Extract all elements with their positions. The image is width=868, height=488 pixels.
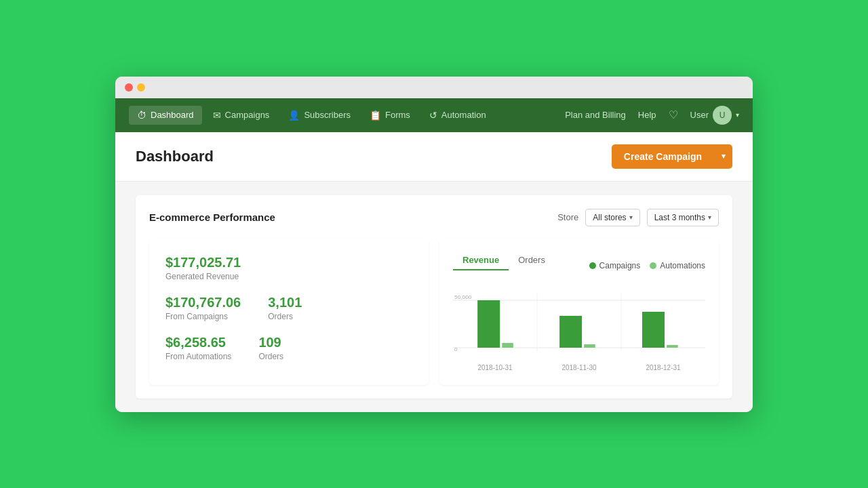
create-campaign-label: Create Campaign [612, 144, 714, 169]
nav-label-dashboard: Dashboard [151, 110, 194, 120]
create-campaign-caret: ▾ [715, 145, 732, 167]
legend-automations-label: Automations [660, 261, 705, 270]
campaigns-revenue-label: From Campaigns [165, 312, 241, 321]
chart-tabs: Revenue Orders [453, 252, 555, 270]
tab-orders[interactable]: Orders [509, 252, 555, 270]
user-avatar: U [713, 106, 732, 125]
campaign-orders-value: 3,101 [268, 295, 302, 310]
page-title: Dashboard [136, 148, 214, 165]
time-filter[interactable]: Last 3 months ▾ [647, 209, 719, 226]
user-caret: ▾ [736, 111, 739, 119]
automation-orders-label: Orders [258, 352, 283, 361]
stat-generated-revenue: $177,025.71 Generated Revenue [165, 255, 412, 281]
favorites-icon[interactable]: ♡ [669, 108, 678, 121]
time-filter-value: Last 3 months [654, 213, 705, 222]
nav-label-automation: Automation [441, 110, 486, 120]
page-header: Dashboard Create Campaign ▾ [115, 132, 753, 182]
x-label-nov: 2018-11-30 [561, 364, 596, 371]
legend-campaigns-dot [589, 262, 596, 269]
dot-green-browser[interactable] [149, 83, 157, 92]
nav-label-forms: Forms [385, 110, 410, 120]
main-nav: ⏱ Dashboard ✉ Campaigns 👤 Subscribers 📋 … [115, 98, 753, 132]
browser-chrome [115, 77, 753, 98]
automation-orders-stat: 109 Orders [258, 335, 283, 361]
stats-card: $177,025.71 Generated Revenue $170,767.0… [149, 239, 429, 385]
store-filter-caret: ▾ [629, 214, 633, 221]
main-content: Dashboard Create Campaign ▾ E-commerce P… [115, 132, 753, 412]
nav-label-campaigns: Campaigns [225, 110, 270, 120]
campaign-orders-stat: 3,101 Orders [268, 295, 302, 321]
create-campaign-button[interactable]: Create Campaign ▾ [612, 144, 732, 169]
ecommerce-section: E-commerce Performance Store All stores … [115, 182, 753, 412]
dot-yellow[interactable] [137, 83, 145, 92]
chart-legend: Campaigns Automations [589, 261, 705, 270]
stats-inline-row1: $170,767.06 From Campaigns 3,101 Orders [165, 295, 412, 321]
legend-campaigns-label: Campaigns [599, 261, 641, 270]
x-label-oct: 2018-10-31 [477, 364, 512, 371]
performance-grid: $177,025.71 Generated Revenue $170,767.0… [149, 239, 719, 385]
user-label: User [690, 110, 709, 120]
stats-inline-row2: $6,258.65 From Automations 109 Orders [165, 335, 412, 361]
campaign-orders-label: Orders [268, 312, 302, 321]
bar-nov-campaigns [559, 316, 582, 348]
store-filter[interactable]: All stores ▾ [585, 209, 639, 226]
chart-x-labels: 2018-10-31 2018-11-30 2018-12-31 [453, 364, 705, 371]
nav-item-dashboard[interactable]: ⏱ Dashboard [129, 106, 202, 125]
nav-item-automation[interactable]: ↺ Automation [421, 106, 494, 125]
tab-revenue[interactable]: Revenue [453, 252, 509, 270]
chart-card: Revenue Orders Campaigns Auto [439, 239, 719, 385]
nav-label-subscribers: Subscribers [304, 110, 351, 120]
x-label-dec: 2018-12-31 [646, 364, 680, 371]
automations-revenue-stat: $6,258.65 From Automations [165, 335, 231, 361]
nav-item-forms[interactable]: 📋 Forms [361, 106, 418, 125]
nav-item-subscribers[interactable]: 👤 Subscribers [280, 106, 359, 125]
forms-icon: 📋 [370, 110, 381, 121]
ecommerce-card: E-commerce Performance Store All stores … [136, 195, 732, 399]
bar-dec-campaigns [642, 312, 665, 348]
chart-header: Revenue Orders Campaigns Auto [453, 252, 705, 280]
legend-campaigns: Campaigns [589, 261, 641, 270]
section-filters: Store All stores ▾ Last 3 months ▾ [557, 209, 719, 226]
user-area[interactable]: User U ▾ [690, 106, 739, 125]
store-label: Store [557, 212, 578, 222]
subscribers-icon: 👤 [288, 110, 300, 121]
bar-oct-campaigns [477, 300, 500, 348]
dashboard-icon: ⏱ [137, 110, 146, 121]
bar-oct-automations [502, 343, 513, 348]
campaigns-icon: ✉ [213, 110, 221, 121]
automation-orders-value: 109 [258, 335, 283, 350]
nav-item-campaigns[interactable]: ✉ Campaigns [205, 106, 278, 125]
plan-billing-link[interactable]: Plan and Billing [565, 110, 626, 120]
legend-automations: Automations [650, 261, 705, 270]
dot-red[interactable] [125, 83, 133, 92]
bar-dec-automations [667, 345, 678, 348]
automations-revenue-value: $6,258.65 [165, 335, 231, 350]
ecommerce-title: E-commerce Performance [149, 211, 275, 223]
campaigns-stat: $170,767.06 From Campaigns [165, 295, 241, 321]
svg-text:0: 0 [454, 346, 458, 352]
nav-left: ⏱ Dashboard ✉ Campaigns 👤 Subscribers 📋 … [129, 106, 565, 125]
legend-automations-dot [650, 262, 656, 269]
automation-icon: ↺ [429, 110, 437, 121]
automations-revenue-label: From Automations [165, 352, 231, 361]
stat-total-orders: $6,258.65 From Automations 109 Orders [165, 335, 412, 361]
section-header: E-commerce Performance Store All stores … [149, 209, 719, 226]
time-filter-caret: ▾ [708, 214, 711, 221]
chart-area: 50,000 0 [453, 287, 705, 361]
help-link[interactable]: Help [638, 110, 656, 120]
chart-svg: 50,000 0 [453, 287, 705, 361]
browser-window: ⏱ Dashboard ✉ Campaigns 👤 Subscribers 📋 … [115, 77, 753, 412]
generated-revenue-value: $177,025.71 [165, 255, 412, 270]
generated-revenue-label: Generated Revenue [165, 272, 412, 281]
nav-right: Plan and Billing Help ♡ User U ▾ [565, 106, 739, 125]
store-filter-value: All stores [593, 213, 626, 222]
bar-nov-automations [584, 344, 595, 348]
campaigns-revenue-value: $170,767.06 [165, 295, 241, 310]
svg-text:50,000: 50,000 [454, 294, 472, 300]
